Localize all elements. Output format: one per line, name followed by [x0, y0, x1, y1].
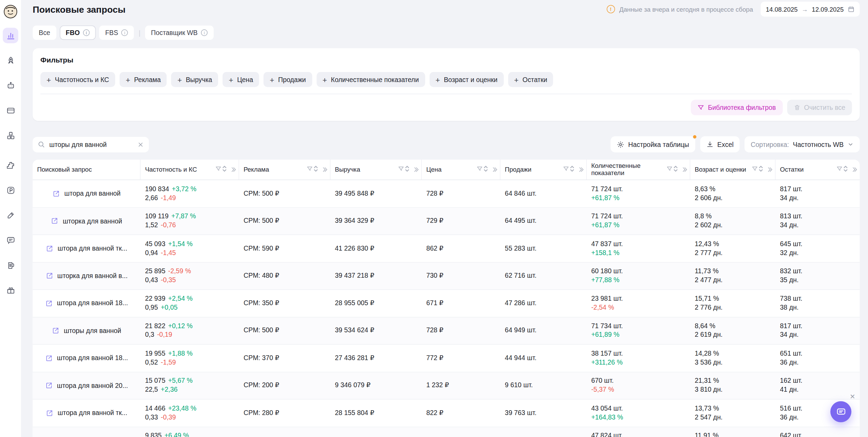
filter-chip-0[interactable]: +Частотность и КС — [40, 72, 115, 87]
value-line: 47 837 шт. — [591, 240, 686, 248]
ads-cell: CPM: 440 ₽ — [239, 427, 330, 437]
query-cell: штора в ванную — [33, 427, 141, 437]
excel-export-button[interactable]: Excel — [700, 136, 740, 152]
table-body: штора для ванной190 834+3,72 %2,66-1,49C… — [33, 180, 860, 437]
tab-wb-supplier[interactable]: Поставщик WBi — [145, 25, 214, 40]
tab-fbs[interactable]: FBSi — [99, 25, 134, 40]
filter-funnel-icon[interactable] — [666, 166, 673, 174]
info-icon: i — [83, 30, 90, 36]
column-header-age-rating[interactable]: Возраст и оценки — [690, 160, 776, 180]
price-value: 772 ₽ — [426, 354, 443, 362]
sales-value: 62 716 шт. — [505, 272, 536, 280]
external-link-icon[interactable] — [46, 272, 53, 279]
chevron-down-icon — [847, 141, 854, 148]
external-link-icon[interactable] — [46, 409, 53, 416]
sort-arrows-icon[interactable] — [313, 164, 319, 174]
filter-funnel-icon[interactable] — [477, 166, 483, 174]
column-header-ads[interactable]: Реклама — [239, 160, 330, 180]
filter-chip-5[interactable]: +Количественные показатели — [317, 72, 425, 87]
external-link-icon[interactable] — [46, 245, 53, 252]
ks-value: 0,95 — [145, 303, 158, 312]
sort-arrows-icon[interactable] — [843, 164, 848, 174]
sort-arrows-icon[interactable] — [758, 164, 763, 174]
column-header-stocks[interactable]: Остатки — [775, 160, 859, 180]
clear-search-icon[interactable] — [137, 141, 144, 148]
stocks-cell: 817 шт.34 дн. — [775, 317, 859, 344]
filter-funnel-icon[interactable] — [215, 166, 222, 174]
sort-dropdown[interactable]: Сортировка: Частотность WB — [745, 136, 860, 152]
value-line: 71 734 шт. — [591, 322, 686, 330]
app-logo[interactable] — [3, 4, 18, 19]
external-link-icon[interactable] — [53, 190, 60, 197]
column-header-sales[interactable]: Продажи — [500, 160, 587, 180]
column-header-frequency-ks[interactable]: Частотность и КС — [141, 160, 239, 180]
filter-chip-3[interactable]: +Цена — [223, 72, 259, 87]
table-settings-button[interactable]: Настройка таблицы — [610, 136, 695, 152]
sidebar-item-puzzle[interactable] — [3, 157, 18, 173]
filter-chip-2[interactable]: +Выручка — [171, 72, 218, 87]
sort-arrows-icon[interactable] — [483, 164, 488, 174]
header-icons — [307, 164, 328, 174]
rating-percent: 14,28 % — [695, 349, 719, 358]
rating-percent: 11,73 % — [695, 267, 719, 275]
filter-funnel-icon[interactable] — [307, 166, 313, 174]
expand-column-icon[interactable] — [230, 166, 237, 173]
filter-funnel-icon[interactable] — [836, 166, 843, 174]
sidebar-item-edit[interactable] — [3, 207, 18, 223]
sidebar-item-bot[interactable] — [3, 78, 18, 93]
chat-close-icon[interactable]: ✕ — [850, 393, 855, 400]
clear-all-button[interactable]: Очистить все — [787, 100, 852, 115]
sidebar-item-mug[interactable] — [3, 257, 18, 273]
external-link-icon[interactable] — [52, 327, 59, 334]
ks-change: -1,59 — [161, 358, 176, 367]
filter-funnel-icon[interactable] — [752, 166, 758, 174]
search-input[interactable] — [48, 140, 134, 149]
sidebar-item-gift[interactable] — [3, 282, 18, 298]
sort-arrows-icon[interactable] — [570, 164, 575, 174]
sort-arrows-icon[interactable] — [673, 164, 678, 174]
sidebar-item-boxes[interactable] — [3, 127, 18, 143]
sidebar-item-rocket[interactable] — [3, 53, 18, 68]
ks-value: 22,5 — [145, 386, 158, 394]
expand-column-icon[interactable] — [767, 166, 773, 173]
tab-fbo[interactable]: FBOi — [60, 25, 96, 40]
filter-chip-6[interactable]: +Возраст и оценки — [429, 72, 503, 87]
sidebar-item-wallet[interactable] — [3, 103, 18, 118]
quantity-value: 38 157 шт. — [591, 349, 623, 358]
tab-all[interactable]: Все — [33, 25, 56, 40]
value-line: 3 536 дн. — [695, 358, 771, 367]
quantity-value: 670 шт. — [591, 377, 614, 385]
expand-column-icon[interactable] — [413, 166, 419, 173]
expand-column-icon[interactable] — [681, 166, 688, 173]
expand-column-icon[interactable] — [491, 166, 498, 173]
expand-column-icon[interactable] — [322, 166, 328, 173]
filter-chip-7[interactable]: +Остатки — [508, 72, 553, 87]
external-link-icon[interactable] — [45, 300, 52, 307]
expand-column-icon[interactable] — [852, 166, 858, 173]
column-header-revenue[interactable]: Выручка — [331, 160, 422, 180]
ks-change: -0,35 — [161, 276, 176, 284]
query-text: шторка для ванной — [63, 217, 122, 225]
date-range-picker[interactable]: 14.08.2025 → 12.09.2025 — [761, 2, 859, 17]
external-link-icon[interactable] — [51, 217, 58, 225]
external-link-icon[interactable] — [45, 382, 52, 389]
sidebar-item-p-badge[interactable] — [3, 182, 18, 198]
sort-arrows-icon[interactable] — [405, 164, 410, 174]
filter-library-button[interactable]: Библиотека фильтров — [691, 100, 782, 115]
column-header-price[interactable]: Цена — [422, 160, 500, 180]
quantity-cell: 43 054 шт.+164,83 % — [587, 400, 690, 426]
filter-chip-1[interactable]: +Реклама — [120, 72, 167, 87]
sort-arrows-icon[interactable] — [222, 164, 227, 174]
external-link-icon[interactable] — [45, 355, 52, 362]
expand-column-icon[interactable] — [578, 166, 584, 173]
filter-funnel-icon[interactable] — [563, 166, 569, 174]
filter-funnel-icon[interactable] — [398, 166, 404, 174]
column-header-quantity[interactable]: Количественные показатели — [587, 160, 690, 180]
cpm-value: CPM: 350 ₽ — [243, 299, 279, 307]
ads-cell: CPM: 500 ₽ — [239, 208, 330, 234]
quantity-change: +77,88 % — [591, 276, 619, 284]
filter-chip-4[interactable]: +Продажи — [264, 72, 312, 87]
sidebar-item-chat[interactable] — [3, 232, 18, 248]
sidebar-item-analytics[interactable] — [3, 28, 18, 43]
chat-fab[interactable] — [830, 401, 851, 422]
